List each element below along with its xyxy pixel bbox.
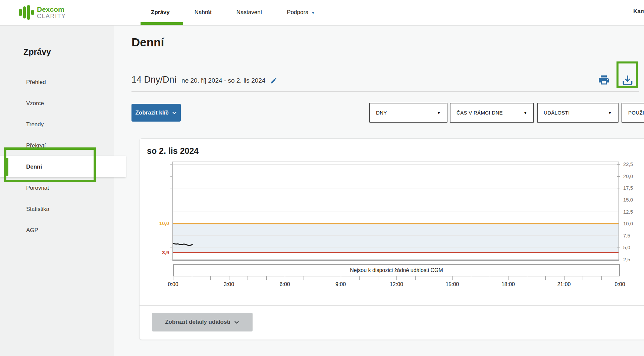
sidebar-item-label: AGP — [26, 227, 38, 234]
y-axis-tick-left — [170, 164, 173, 165]
x-axis-label: 6:00 — [274, 281, 296, 287]
dexcom-bars-icon — [19, 4, 34, 21]
x-axis-tick — [471, 276, 471, 280]
reports-sidebar: Zprávy PřehledVzorceTrendyPřekrytíDenníP… — [0, 26, 114, 356]
sidebar-item-label: Statistika — [26, 206, 49, 213]
x-axis-tick — [304, 276, 304, 280]
sidebar-item-prehled[interactable]: Přehled — [0, 72, 114, 93]
date-range-row: 14 Dny/Dní ne 20. říj 2024 - so 2. lis 2… — [131, 75, 277, 85]
filter-days-dropdown[interactable]: DNY▼ — [369, 103, 447, 123]
sidebar-item-label: Vzorce — [26, 100, 44, 107]
nav-tab-podpora[interactable]: Podpora▼ — [287, 9, 315, 16]
x-axis-tick — [341, 276, 341, 280]
y-axis-tick-left — [170, 236, 173, 236]
x-axis-tick — [266, 276, 267, 280]
sidebar-item-trendy[interactable]: Trendy — [0, 114, 114, 135]
y-axis-tick-left — [170, 260, 173, 260]
y-axis-tick-left — [170, 176, 173, 177]
page-title: Denní — [131, 36, 164, 49]
y-axis-label-right: 5,0 — [623, 244, 640, 250]
download-icon[interactable] — [621, 74, 634, 87]
y-axis-tick-left — [170, 188, 173, 188]
x-axis-label: 9:00 — [330, 281, 352, 287]
y-axis-label-right: 15,0 — [623, 197, 640, 203]
filter-usage-dropdown[interactable]: POUŽI — [622, 103, 644, 123]
range-dates: ne 20. říj 2024 - so 2. lis 2024 — [181, 77, 265, 84]
x-axis-tick — [415, 276, 416, 280]
user-name[interactable]: Kam — [633, 8, 644, 15]
x-axis-label: 15:00 — [442, 281, 463, 287]
sidebar-item-label: Přehled — [26, 79, 46, 86]
main-nav: Zprávy Nahrát Nastavení Podpora▼ — [151, 0, 315, 25]
cgm-trace — [173, 162, 620, 261]
sidebar-items: PřehledVzorceTrendyPřekrytíDenníPorovnat… — [0, 72, 114, 241]
sidebar-item-agp[interactable]: AGP — [0, 220, 114, 241]
range-days: 14 Dny/Dní — [131, 75, 177, 85]
y-axis-tick-left — [170, 248, 173, 248]
show-key-button[interactable]: Zobrazit klíč — [131, 104, 181, 122]
x-axis-tick — [490, 276, 490, 280]
x-axis-tick — [434, 276, 434, 280]
active-tab-underline — [141, 22, 183, 25]
x-axis-label: 0:00 — [609, 281, 631, 287]
y-axis-tick-left — [170, 212, 173, 212]
filter-events-dropdown[interactable]: UDÁLOSTI▼ — [537, 103, 619, 123]
x-axis-label: 3:00 — [218, 281, 240, 287]
sidebar-item-prekryti[interactable]: Překrytí — [0, 135, 114, 156]
dropdown-arrow-icon: ▼ — [311, 10, 315, 15]
cgm-events-track: Nejsou k dispozici žádné události CGM — [173, 264, 620, 276]
high-threshold-line-label: 10,0 — [154, 220, 169, 226]
show-event-details-button[interactable]: Zobrazit detaily události — [152, 313, 253, 331]
x-axis-tick — [192, 276, 192, 280]
x-axis-label: 12:00 — [386, 281, 407, 287]
header-divider — [131, 91, 639, 92]
x-axis-tick — [285, 276, 285, 280]
filter-time-of-day-dropdown[interactable]: ČAS V RÁMCI DNE▼ — [450, 103, 534, 123]
chart-date-title: so 2. lis 2024 — [147, 146, 199, 156]
sidebar-item-label: Překrytí — [26, 142, 46, 149]
x-axis-tick — [322, 276, 322, 280]
x-axis-tick — [173, 276, 173, 280]
x-axis-tick — [545, 276, 546, 280]
sidebar-item-label: Denní — [26, 164, 42, 170]
glucose-plot: Nejsou k dispozici žádné události CGM 2,… — [172, 162, 619, 261]
logo-product: CLARITY — [37, 13, 66, 19]
y-axis-label-right: 17,5 — [623, 185, 640, 191]
sidebar-item-statistika[interactable]: Statistika — [0, 198, 114, 220]
x-axis-tick — [229, 276, 229, 280]
chevron-down-icon — [234, 319, 239, 325]
x-axis-tick — [248, 276, 248, 280]
x-axis-tick — [620, 276, 620, 280]
active-item-accent-bar — [5, 158, 8, 176]
x-axis-label: 18:00 — [497, 281, 519, 287]
sidebar-item-porovnat[interactable]: Porovnat — [0, 177, 114, 198]
x-axis-tick — [396, 276, 397, 280]
x-axis-label: 0:00 — [162, 281, 184, 287]
y-axis-tick-left — [170, 200, 173, 200]
dropdown-arrow-icon: ▼ — [608, 111, 612, 115]
sidebar-item-label: Trendy — [26, 121, 44, 128]
edit-pencil-icon[interactable] — [270, 77, 277, 84]
dropdown-arrow-icon: ▼ — [437, 111, 441, 115]
x-axis-tick — [508, 276, 508, 280]
y-axis-label-right: 12,5 — [623, 209, 640, 215]
x-axis-tick — [378, 276, 378, 280]
nav-tab-nastaveni[interactable]: Nastavení — [236, 9, 262, 16]
chevron-down-icon — [172, 110, 177, 116]
top-header: Dexcom CLARITY Zprávy Nahrát Nastavení P… — [0, 0, 644, 26]
y-axis-tick-left — [170, 224, 173, 224]
x-axis-label: 21:00 — [553, 281, 575, 287]
x-axis-tick — [452, 276, 453, 280]
card-divider — [140, 305, 644, 306]
nav-tab-nahrat[interactable]: Nahrát — [195, 9, 212, 16]
x-axis-tick — [583, 276, 583, 280]
sidebar-item-denni[interactable]: Denní — [0, 156, 126, 177]
dropdown-arrow-icon: ▼ — [524, 111, 527, 115]
logo-brand: Dexcom — [37, 6, 66, 13]
sidebar-item-vzorce[interactable]: Vzorce — [0, 93, 114, 114]
nav-tab-zpravy[interactable]: Zprávy — [151, 9, 170, 16]
daily-chart-card: so 2. lis 2024 Nejsou k dispozici žádné … — [139, 138, 644, 340]
print-icon[interactable] — [597, 74, 610, 86]
sidebar-title: Zprávy — [23, 47, 51, 57]
main-content: Denní 14 Dny/Dní ne 20. říj 2024 - so 2.… — [114, 26, 644, 356]
